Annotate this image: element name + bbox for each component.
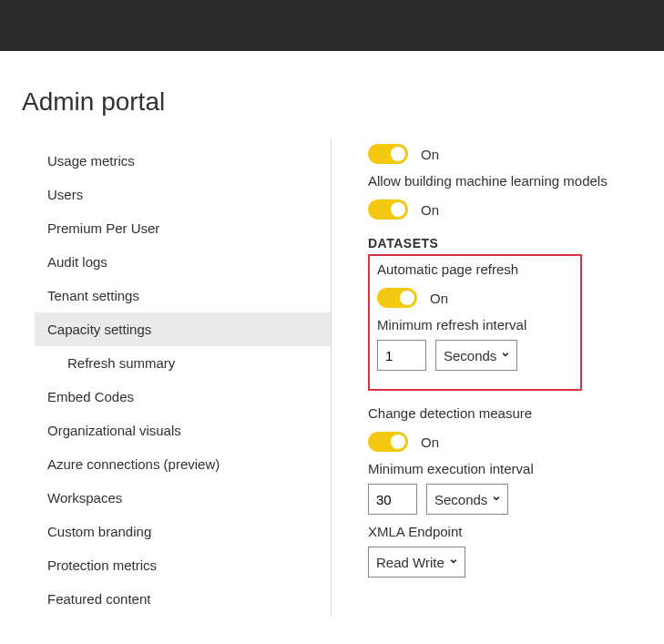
change-detection-toggle[interactable] — [368, 432, 408, 452]
min-refresh-interval-input[interactable] — [377, 340, 426, 371]
settings-panel: On Allow building machine learning model… — [332, 138, 642, 616]
change-detection-toggle-label: On — [421, 434, 439, 450]
sidebar-item-refresh-summary[interactable]: Refresh summary — [35, 346, 331, 380]
sidebar-item-usage-metrics[interactable]: Usage metrics — [35, 144, 331, 178]
min-execution-interval-unit-select[interactable]: Seconds — [426, 484, 508, 515]
sidebar-item-tenant-settings[interactable]: Tenant settings — [35, 279, 331, 312]
auto-refresh-highlighted-box: Automatic page refresh On Minimum refres… — [368, 254, 582, 391]
sidebar-item-embed-codes[interactable]: Embed Codes — [35, 380, 331, 414]
min-refresh-interval-unit-select[interactable]: Seconds — [435, 340, 517, 371]
min-refresh-interval-label: Minimum refresh interval — [377, 317, 573, 332]
sidebar-item-organizational-visuals[interactable]: Organizational visuals — [35, 414, 331, 447]
sidebar-item-capacity-settings[interactable]: Capacity settings — [35, 312, 331, 346]
xmla-endpoint-label: XMLA Endpoint — [368, 524, 642, 539]
xmla-endpoint-select[interactable]: Read Write — [368, 547, 465, 578]
change-detection-heading: Change detection measure — [368, 405, 642, 421]
sidebar-item-premium-per-user[interactable]: Premium Per User — [35, 211, 331, 245]
ml-models-heading: Allow building machine learning models — [368, 173, 642, 189]
min-execution-interval-input[interactable] — [368, 484, 417, 515]
top-bar — [0, 0, 664, 51]
sidebar-item-custom-branding[interactable]: Custom branding — [35, 515, 331, 548]
min-execution-interval-label: Minimum execution interval — [368, 461, 642, 476]
sidebar-item-workspaces[interactable]: Workspaces — [35, 481, 331, 515]
sidebar-item-protection-metrics[interactable]: Protection metrics — [35, 548, 331, 582]
auto-page-refresh-toggle[interactable] — [377, 288, 417, 308]
page-title: Admin portal — [22, 87, 642, 117]
auto-page-refresh-toggle-label: On — [430, 291, 448, 306]
top-toggle-1[interactable] — [368, 144, 408, 164]
sidebar: Usage metrics Users Premium Per User Aud… — [22, 138, 332, 616]
ml-models-toggle-label: On — [421, 202, 439, 218]
top-toggle-1-label: On — [421, 147, 439, 162]
sidebar-item-audit-logs[interactable]: Audit logs — [35, 245, 331, 279]
sidebar-item-azure-connections[interactable]: Azure connections (preview) — [35, 447, 331, 481]
sidebar-item-featured-content[interactable]: Featured content — [35, 582, 331, 616]
datasets-section-header: DATASETS — [368, 236, 642, 250]
auto-page-refresh-heading: Automatic page refresh — [377, 261, 573, 277]
sidebar-item-users[interactable]: Users — [35, 178, 331, 211]
ml-models-toggle[interactable] — [368, 199, 408, 220]
